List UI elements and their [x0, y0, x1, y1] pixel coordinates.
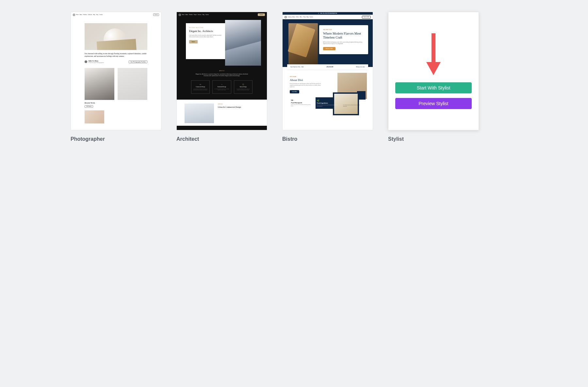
preview-hero-btn: Explore — [189, 40, 198, 43]
preview-hero: BUILDING THE FUTURE Elegant Inc. Archite… — [177, 17, 267, 66]
preview-avatar-btn: See Photography Portfolio — [129, 60, 147, 63]
feature-desc: Our rotating specials highlight unique s… — [343, 105, 364, 107]
nav-item: Services — [198, 14, 202, 15]
preview-title: Elegant Inc. Architects — [189, 30, 222, 33]
column-icon: ⌂ — [214, 83, 229, 85]
nav-item: Contact — [309, 16, 313, 18]
preview-thumb — [85, 110, 104, 123]
column-icon: ◫ — [236, 83, 251, 85]
preview-gallery-image — [85, 68, 114, 100]
column-desc: Our design homes that reflect the unique… — [214, 89, 229, 91]
nav-cta: Contact — [153, 13, 159, 16]
template-grid: D Home About Portfolio Collection Blog S… — [71, 12, 517, 142]
preview-column: ⌂ Residential Design Our design homes th… — [212, 80, 231, 94]
preview-nav: D Home About Portfolio Project Services … — [177, 12, 267, 17]
nav-item: Portfolio — [189, 14, 193, 15]
preview-eyebrow: BUILDING THE FUTURE — [189, 27, 222, 28]
nav-item: About — [80, 14, 82, 15]
column-desc: Our interior design services focus on cr… — [236, 89, 251, 91]
preview-title: Where Modern Flavors Meet Timeless Craft — [323, 32, 364, 40]
nav-item: Blog — [306, 16, 308, 18]
preview-hero-panel: BUILDING THE FUTURE Elegant Inc. Archite… — [186, 23, 225, 59]
nav-item: Online — [296, 16, 299, 18]
preview-about: WHO WE ARE About Divi From the moment yo… — [283, 67, 373, 97]
preview-nav: D Catering About Online Menu Shop Blog C… — [283, 15, 373, 19]
svg-rect-0 — [432, 33, 435, 64]
preview-info-bar: Open Daily from 11am – 10pm (255) 352-62… — [287, 64, 368, 70]
nav-item: Blog — [93, 14, 95, 15]
preview-body: Elegant Inc. Architects is a premier des… — [193, 73, 251, 77]
preview-nav: D Home About Portfolio Collection Blog S… — [71, 12, 161, 17]
preview-column: ◫ Interior Design Our interior design se… — [234, 80, 253, 94]
logo-icon: D — [179, 14, 181, 16]
phone-icon: ✆ — [318, 13, 319, 14]
nav-item: Blog — [203, 14, 204, 15]
preview-about: ABOUT US Elegant Inc. Architects is a pr… — [177, 66, 267, 100]
nav-item: Catering — [288, 16, 291, 18]
preview-hero-copy: I'm obsessed with telling stories throug… — [85, 53, 147, 57]
preview-feature: 🍽 Food Reimagined Every dish starts with… — [290, 97, 314, 109]
template-label: Architect — [176, 136, 267, 142]
template-cell-stylist: Start With Stylist Preview Stylist Styli… — [388, 12, 479, 142]
preview-hero-btn: Reserve a Table — [323, 47, 335, 50]
preview-avatar-sub: Professional Photographer — [89, 62, 104, 63]
nav-item: Contact — [205, 14, 209, 15]
preview-body: Lorem ipsum dolor sit amet consectetur a… — [189, 35, 222, 38]
preview-title: Urban & Commercial Design — [218, 106, 259, 108]
feature-title: Food Reimagined — [291, 102, 312, 104]
nav-item: Menu — [300, 16, 302, 18]
template-cell-bistro: ✆ CALL 555-1234 FOR RESERVATIONS D Cater… — [282, 12, 373, 142]
nav-item: About — [186, 14, 188, 15]
preview-eyebrow: SERVICES — [218, 104, 259, 105]
preview-hero: WELCOME TO DIVI Where Modern Flavors Mee… — [283, 19, 373, 67]
nav-item: Portfolio — [83, 14, 87, 15]
column-title: Interior Design — [236, 86, 251, 88]
column-icon: ▭ — [193, 83, 208, 85]
preview-section-title: Recent Work — [85, 102, 95, 104]
preview-eyebrow: WHO WE ARE — [290, 76, 323, 77]
arrow-down-icon — [426, 33, 441, 76]
template-card-stylist[interactable]: Start With Stylist Preview Stylist — [388, 12, 479, 130]
feature-icon: 🍽 — [291, 99, 312, 101]
preview-body: At Divi we blend contemporary cuisine wi… — [323, 41, 364, 44]
info-item: Open Daily from 11am – 10pm — [290, 66, 304, 68]
template-label: Stylist — [388, 136, 479, 142]
preview-columns: ▭ Commercial Design Our commercial desig… — [183, 80, 260, 94]
nav-item: Shop — [303, 16, 305, 18]
template-card-architect[interactable]: D Home About Portfolio Project Services … — [176, 12, 267, 130]
nav-item: Project — [194, 14, 197, 15]
nav-cta: Book a Table — [362, 16, 371, 19]
nav-cta: Contact — [258, 13, 265, 16]
template-cell-architect: D Home About Portfolio Project Services … — [176, 12, 267, 142]
button-label: Preview Stylist — [418, 101, 448, 106]
template-card-bistro[interactable]: ✆ CALL 555-1234 FOR RESERVATIONS D Cater… — [282, 12, 373, 130]
preview-title: About Divi — [290, 78, 323, 82]
preview-template-button[interactable]: Preview Stylist — [395, 98, 472, 109]
preview-section: Recent Work Full Portfolio — [85, 102, 147, 108]
start-with-template-button[interactable]: Start With Stylist — [395, 82, 472, 93]
template-label: Photographer — [71, 136, 161, 142]
column-desc: Our commercial designs are tailored to m… — [193, 89, 208, 91]
preview-avatar-row: Hello! I'm Olivia Professional Photograp… — [85, 60, 147, 63]
nav-item: Shop — [96, 14, 98, 15]
nav-item: Home — [182, 14, 185, 15]
logo-icon: D — [73, 14, 75, 16]
nav-item: Collection — [88, 14, 92, 15]
info-item: Holidays 11am–6pm — [356, 66, 365, 68]
template-card-photographer[interactable]: D Home About Portfolio Collection Blog S… — [71, 12, 161, 130]
column-title: Commercial Design — [193, 86, 208, 88]
preview-promo-bar: ✆ CALL 555-1234 FOR RESERVATIONS — [283, 12, 373, 15]
preview-gallery-image — [118, 68, 147, 100]
logo-icon: D — [285, 16, 287, 18]
template-hover-overlay: Start With Stylist Preview Stylist — [388, 12, 479, 130]
preview-promo-text: CALL 555-1234 FOR RESERVATIONS — [320, 13, 337, 14]
preview-section-btn: Full Portfolio — [85, 105, 93, 108]
nav-item: Home — [76, 14, 79, 15]
template-label: Bistro — [282, 136, 373, 142]
column-title: Residential Design — [214, 86, 229, 88]
preview-hero-image — [225, 20, 261, 66]
preview-about-image — [333, 92, 359, 115]
preview-eyebrow: ABOUT US — [183, 70, 260, 72]
preview-about-btn: Learn More — [290, 90, 299, 93]
avatar-icon — [85, 60, 87, 63]
